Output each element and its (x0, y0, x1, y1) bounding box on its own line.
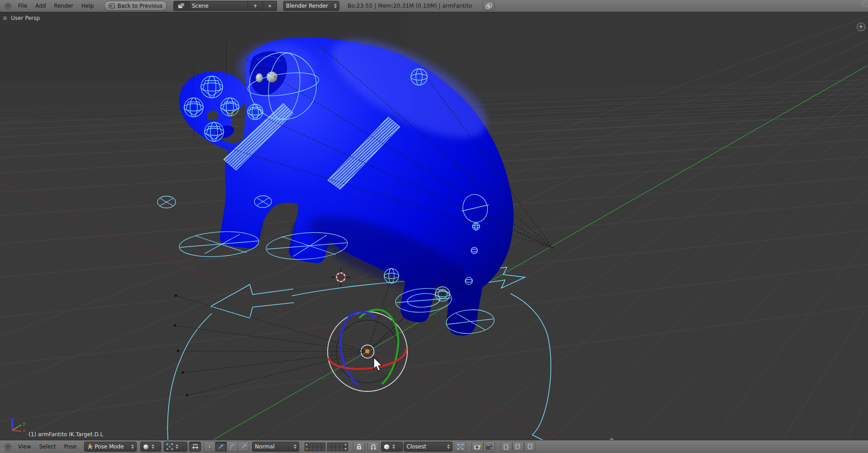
plus-circle-icon[interactable]: ⊕ (3, 15, 7, 21)
axis-x-label: x (23, 428, 26, 434)
scene-unlink-button[interactable]: ✕ (263, 1, 277, 11)
snap-align-icon (457, 443, 464, 450)
manipulator-axes-icon (206, 443, 213, 450)
layer-cell[interactable] (343, 447, 348, 451)
spinner-arrows-icon (447, 444, 450, 449)
window-duplicate-button[interactable] (483, 1, 495, 11)
menu-pose[interactable]: Pose (60, 443, 81, 450)
snap-element-select[interactable] (381, 442, 403, 452)
transform-manipulator-buttons (204, 442, 249, 452)
mode-select[interactable]: Pose Mode (84, 442, 137, 452)
copy-pose-button[interactable] (501, 442, 512, 452)
paste-flipped-pose-icon (527, 443, 533, 450)
viewport-header: View Select Pose Pose Mode (0, 440, 868, 453)
back-arrow-icon (109, 3, 115, 9)
spinner-arrows-icon (392, 444, 395, 449)
clapperboard-icon (486, 444, 493, 450)
armature-layers-widget (305, 443, 348, 451)
magnet-icon (370, 443, 377, 450)
translate-arrow-icon (218, 443, 224, 450)
scale-manipulator-button[interactable] (238, 442, 249, 452)
manipulator-center-toggle[interactable] (189, 442, 201, 452)
properties-expand-icon[interactable]: + (857, 23, 865, 31)
lock-bone-layers-button[interactable] (353, 442, 365, 452)
active-object-label: (1) armFantito IK.Target.D.L (29, 431, 103, 438)
viewport-shading-select[interactable] (140, 442, 161, 452)
manipulator-toggle-icon (192, 443, 199, 450)
elephant-eye-left (256, 73, 263, 82)
pose-mode-runner-icon (87, 443, 93, 450)
pivot-point-select[interactable] (164, 442, 187, 452)
menu-file[interactable]: File (14, 3, 31, 9)
blender-window: User Persp ⊕ + (1) armFantito IK.Target.… (0, 0, 868, 453)
menu-add[interactable]: Add (31, 3, 50, 9)
menu-render[interactable]: Render (50, 3, 77, 9)
spinner-arrows-icon (152, 444, 154, 449)
scene-name-field[interactable]: Scene (190, 1, 248, 11)
elephant-eye-right (267, 72, 277, 82)
scene-datablock: Scene + ✕ (173, 1, 277, 11)
menu-select[interactable]: Select (35, 443, 60, 450)
lock-icon (356, 443, 362, 450)
x-icon: ✕ (268, 4, 272, 9)
collapse-menu-icon[interactable] (5, 3, 11, 10)
info-header: File Add Render Help Back to Previous Sc… (0, 0, 868, 12)
transform-orientation-select[interactable]: Normal (252, 442, 299, 452)
layers-block-2[interactable] (327, 443, 348, 451)
spinner-arrows-icon (294, 444, 296, 449)
cube-icon (384, 444, 390, 450)
pivot-point-icon (167, 443, 173, 450)
back-to-previous-button[interactable]: Back to Previous (104, 1, 167, 11)
layer-cell[interactable] (321, 447, 325, 451)
paste-flipped-pose-button[interactable] (524, 442, 536, 452)
3d-viewport[interactable] (0, 0, 868, 453)
view-label: User Persp (11, 15, 40, 21)
paste-pose-button[interactable] (512, 442, 524, 452)
scene-browse-button[interactable] (173, 1, 190, 11)
scale-square-icon (240, 443, 247, 450)
copy-pose-icon (503, 443, 510, 450)
scene-add-button[interactable]: + (248, 1, 263, 11)
menu-view[interactable]: View (14, 443, 35, 450)
menu-help[interactable]: Help (77, 3, 98, 9)
scene-stats: Bo:23-55 | Mem:20.31M (0.10M) | armFanti… (348, 3, 472, 9)
opengl-render-anim-button[interactable] (483, 442, 495, 452)
collapse-menu-icon[interactable] (5, 443, 11, 450)
paste-pose-icon (515, 443, 521, 450)
rotate-arc-icon (229, 443, 235, 450)
spinner-arrows-icon (334, 4, 337, 8)
layers-block-1[interactable] (305, 443, 325, 451)
corner-resize-grip[interactable] (0, 448, 5, 453)
opengl-render-button[interactable] (472, 442, 483, 452)
plus-icon: + (253, 3, 258, 9)
corner-resize-grip[interactable] (861, 0, 868, 7)
snap-toggle-button[interactable] (367, 442, 379, 452)
viewport-shading-solid-icon (143, 444, 149, 450)
axis-y-label: y (23, 420, 26, 426)
spinner-arrows-icon (176, 444, 178, 449)
camera-render-icon (474, 444, 481, 450)
spinner-arrows-icon (131, 444, 134, 449)
rotate-manipulator-button[interactable] (227, 442, 238, 452)
render-engine-select[interactable]: Blender Render (283, 1, 339, 11)
snap-align-rotation-button[interactable] (454, 442, 466, 452)
manipulator-axes-button[interactable] (204, 442, 215, 452)
translate-manipulator-button[interactable] (215, 442, 227, 452)
maximize-window-icon (486, 3, 492, 9)
snap-target-select[interactable]: Closest (404, 442, 453, 452)
scene-datablock-icon (178, 3, 185, 9)
